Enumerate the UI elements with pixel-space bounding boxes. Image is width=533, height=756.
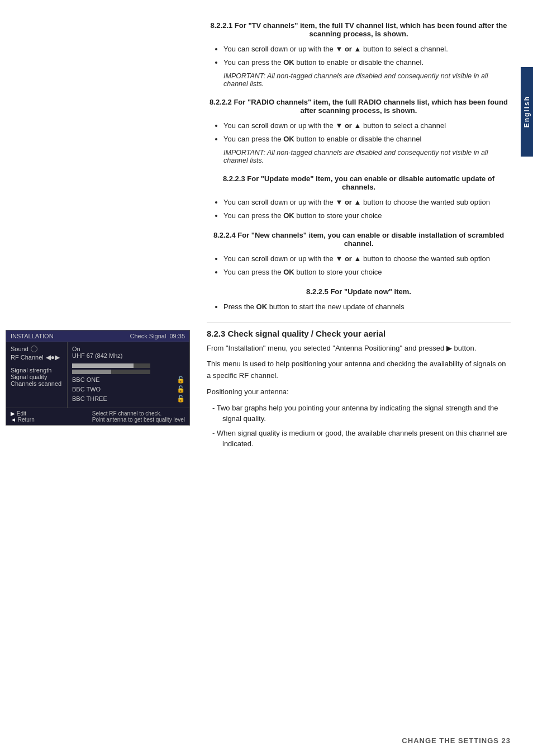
signal-quality-bar <box>72 370 150 374</box>
tv-sound-row: Sound <box>11 346 63 352</box>
heading-8224: 8.2.2.4 For "New channels" item, you can… <box>207 231 511 248</box>
lock-icon-1: 🔓 <box>177 376 185 384</box>
tv-screen: INSTALLATION Check Signal 09:35 Sound RF… <box>6 330 190 426</box>
page-footer: CHANGE THE SETTINGS 23 <box>402 736 511 745</box>
tv-header-title: INSTALLATION <box>11 333 54 339</box>
heading-8225: 8.2.2.5 For "Update now" item. <box>207 287 511 296</box>
rfchannel-icon: ◀●▶ <box>46 353 60 361</box>
tv-footer: ▶ Edit ◄ Return Select RF channel to che… <box>6 408 189 425</box>
tv-footer-right: Select RF channel to check. Point antenn… <box>92 410 185 423</box>
bullets-8223: You can scroll down or up with the ▼ or … <box>223 197 511 221</box>
bullet-8221-1: You can scroll down or up with the ▼ or … <box>223 44 511 55</box>
tv-channel-row-1: BBC ONE 🔓 <box>72 376 185 384</box>
tv-channel-row-2: BBC TWO 🔓 <box>72 385 185 393</box>
tv-footer-left: ▶ Edit ◄ Return <box>11 410 35 423</box>
tv-channel-row-3: BBC THREE 🔓 <box>72 395 185 403</box>
tv-rfchannel-row: RF Channel ◀●▶ <box>11 353 63 361</box>
heading-8223: 8.2.2.3 For "Update mode" item, you can … <box>207 174 511 191</box>
channel-list: BBC ONE 🔓 BBC TWO 🔓 BBC THREE 🔓 <box>72 376 185 403</box>
bullet-8225-1: Press the OK button to start the new upd… <box>223 301 511 313</box>
signal-strength-bar <box>72 363 150 368</box>
heading-8221: 8.2.2.1 For "TV channels" item, the full… <box>207 21 511 38</box>
heading-8222: 8.2.2.2 For "RADIO channels" item, the f… <box>207 98 511 115</box>
bullets-8221: You can scroll down or up with the ▼ or … <box>223 44 511 68</box>
sound-icon <box>31 346 37 352</box>
para-823-2: This menu is used to help positioning yo… <box>207 358 511 382</box>
arrow-left-icon: ◄ <box>11 417 16 423</box>
bullet-8222-1: You can scroll down or up with the ▼ or … <box>223 120 511 131</box>
signal-quality-fill <box>72 370 111 374</box>
lock-icon-2: 🔓 <box>177 385 185 393</box>
bullet-8223-1: You can scroll down or up with the ▼ or … <box>223 197 511 208</box>
section-divider <box>207 323 511 323</box>
bullet-8221-2: You can press the OK button to enable or… <box>223 57 511 68</box>
signal-quality-label: Signal quality <box>11 374 63 380</box>
rf-value: UHF 67 (842 Mhz) <box>72 352 185 359</box>
heading-823: 8.2.3 Check signal quality / Check your … <box>207 329 511 338</box>
on-value: On <box>72 346 185 352</box>
important-8221: IMPORTANT: All non-tagged channels are d… <box>223 72 511 88</box>
side-tab: English <box>521 67 533 157</box>
side-tab-label: English <box>523 96 531 127</box>
signal-bars <box>72 363 185 374</box>
bullets-8225: Press the OK button to start the new upd… <box>223 301 511 313</box>
signal-strength-label: Signal strength <box>11 367 63 374</box>
arrow-right-icon: ▶ <box>11 410 15 417</box>
important-8222: IMPORTANT: All non-tagged channels are d… <box>223 149 511 164</box>
tv-left-panel: Sound RF Channel ◀●▶ Signal strength Sig… <box>6 342 68 408</box>
channels-scanned-label: Channels scanned <box>11 380 63 387</box>
left-column: INSTALLATION Check Signal 09:35 Sound RF… <box>0 0 201 464</box>
para-823-1: From "Installation" menu, you selected "… <box>207 343 511 355</box>
bullet-8224-1: You can scroll down or up with the ▼ or … <box>223 253 511 264</box>
bullet-8222-2: You can press the OK button to enable or… <box>223 134 511 145</box>
tv-body: Sound RF Channel ◀●▶ Signal strength Sig… <box>6 342 189 408</box>
tv-stats: Signal strength Signal quality Channels … <box>11 367 63 387</box>
right-column: 8.2.2.1 For "TV channels" item, the full… <box>201 0 533 464</box>
dash-list-823: Two bar graphs help you pointing your an… <box>212 403 511 450</box>
dash-item-1: Two bar graphs help you pointing your an… <box>212 403 511 424</box>
dash-item-2: When signal quality is medium or good, t… <box>212 428 511 450</box>
bullets-8224: You can scroll down or up with the ▼ or … <box>223 253 511 277</box>
signal-strength-fill <box>72 363 134 368</box>
tv-header-right: Check Signal 09:35 <box>130 333 185 339</box>
bullet-8223-2: You can press the OK button to store you… <box>223 210 511 221</box>
bullet-8224-2: You can press the OK button to store you… <box>223 267 511 278</box>
para-823-sub: Positioning your antenna: <box>207 386 511 398</box>
lock-icon-3: 🔓 <box>177 395 185 403</box>
bullets-8222: You can scroll down or up with the ▼ or … <box>223 120 511 144</box>
tv-header: INSTALLATION Check Signal 09:35 <box>6 330 189 342</box>
tv-right-panel: On UHF 67 (842 Mhz) BBC ONE 🔓 <box>68 342 189 408</box>
